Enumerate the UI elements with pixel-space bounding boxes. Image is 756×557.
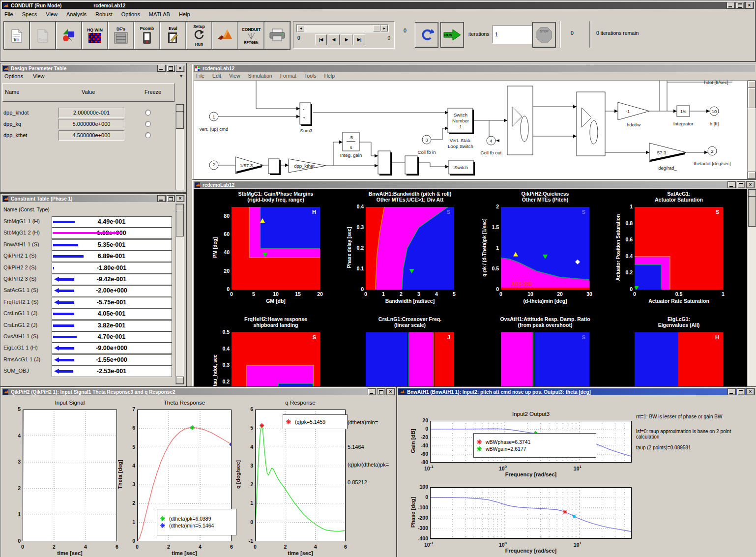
menu-view[interactable]: View (46, 11, 58, 19)
minimize-icon[interactable] (368, 388, 376, 395)
toolbar-button-pcomb[interactable]: Pcomb (134, 21, 160, 50)
iterations-input[interactable] (492, 25, 532, 44)
freeze-radio[interactable] (145, 132, 151, 138)
param-value-field[interactable]: 2.000000e-001 (58, 108, 124, 118)
constraint-row[interactable]: FrqHeH2 1 (S)-5.75e-001 (0, 297, 174, 308)
transport-2-icon[interactable]: ▶ (341, 34, 352, 45)
sim-menu-view[interactable]: View (229, 73, 240, 80)
spec-plot-area[interactable]: H (232, 207, 320, 290)
scroll-up-icon[interactable] (748, 81, 756, 88)
toolbar-button-shapes[interactable] (56, 21, 82, 50)
scroll-thumb[interactable] (176, 111, 184, 129)
constraint-row[interactable]: OvsAtH1 1 (S)4.70e-001 (0, 331, 174, 342)
simulink-canvas[interactable]: -+1vert. (up) cmdSum321/57.3dpp_kthet.5s… (194, 80, 748, 179)
constraint-row[interactable]: CrsLnG1 2 (J)3.82e-001 (0, 320, 174, 331)
toolbar-button-eval[interactable]: Eval (160, 21, 186, 50)
bnw-title-bar[interactable]: BnwAtH1 (BnwAtH1 1): Input2: pitch att c… (398, 388, 755, 395)
close-icon[interactable]: × (386, 388, 395, 395)
toolbar-button-setup[interactable]: SetupRun (186, 21, 212, 50)
menu-robust[interactable]: Robust (95, 11, 113, 19)
sim-menu-file[interactable]: File (196, 73, 204, 80)
constraint-row[interactable]: QikPiH2 3 (S)-9.42e-001 (0, 274, 174, 285)
main-title-bar[interactable]: CONDUIT (Run Mode) rcdemoLab12 × (2, 2, 754, 9)
close-icon[interactable]: × (176, 65, 184, 72)
spec-plot-area[interactable]: ADS-33DS (501, 207, 589, 290)
scroll-thumb[interactable] (748, 88, 756, 108)
spec-plot-area[interactable]: S (635, 207, 723, 290)
sim-menu-tools[interactable]: Tools (304, 73, 317, 80)
plot-area[interactable] (23, 410, 117, 541)
maximize-icon[interactable] (167, 195, 175, 202)
constraint-row[interactable]: QikPiH2 1 (S)6.89e-001 (0, 251, 174, 262)
reset-button[interactable] (415, 22, 438, 48)
freeze-radio[interactable] (145, 121, 151, 127)
constraint-row[interactable]: StbMgG1 1 (H)4.49e-001 (0, 216, 174, 227)
toolbar-button-conduit[interactable]: CONDUITRPTGEN (238, 21, 264, 50)
menu-file[interactable]: File (4, 11, 13, 19)
plot-area[interactable] (255, 410, 346, 541)
maximize-icon[interactable] (167, 65, 175, 72)
toolbar-button-hq-win[interactable]: HQ WIN (82, 21, 108, 50)
constraint-row[interactable]: SUM_OBJ-2.53e-001 (0, 366, 174, 377)
param-menu-options[interactable]: Options (4, 73, 23, 80)
toolbar-button-init[interactable]: Init (3, 21, 30, 50)
constraint-row[interactable]: RmsAcG1 1 (J)-1.55e+000 (0, 354, 174, 365)
maximize-icon[interactable] (377, 388, 385, 395)
maximize-icon[interactable] (737, 388, 745, 395)
simulink-title-bar[interactable]: rcdemoLab12 (194, 65, 755, 72)
scroll-thumb[interactable] (748, 196, 756, 227)
param-menu-view[interactable]: View (33, 73, 45, 80)
constraint-row[interactable]: BnwAtH1 1 (S)5.35e-001 (0, 239, 174, 250)
toolbar-button-matlab[interactable] (212, 21, 238, 50)
menu-analysis[interactable]: Analysis (66, 11, 87, 19)
constraint-row[interactable]: StbMgG1 2 (H)1.68e+000 (0, 228, 174, 238)
maximize-icon[interactable] (736, 2, 744, 9)
stop-button[interactable]: STOP (532, 22, 556, 48)
toolbar-button-sqpt[interactable]: Sqpt (29, 21, 56, 50)
constraint-row[interactable]: SatAcG1 1 (S)-2.00e+000 (0, 285, 174, 296)
constraint-row[interactable]: EigLcG1 1 (H)-9.00e+000 (0, 343, 174, 353)
scroll-down-icon[interactable] (748, 172, 756, 179)
menu-specs[interactable]: Specs (22, 11, 37, 19)
constraint-row[interactable]: QikPiH2 2 (S)-1.80e-001 (0, 263, 174, 273)
close-icon[interactable]: × (746, 388, 755, 395)
param-value-field[interactable]: 4.500000e+000 (58, 130, 124, 141)
scroll-thumb[interactable] (176, 211, 184, 236)
toolbar-button-printer[interactable] (264, 21, 291, 50)
minimize-icon[interactable] (727, 388, 736, 395)
chevron-down-icon[interactable]: ▾ (180, 73, 182, 79)
scroll-down-icon[interactable] (176, 377, 184, 384)
scroll-up-icon[interactable] (176, 104, 184, 112)
constraint-title-bar[interactable]: Constraint Table (Phase 1) × (2, 195, 185, 202)
minimize-icon[interactable] (727, 2, 735, 9)
minimize-icon[interactable] (157, 65, 166, 72)
spec-plot-area[interactable]: S (366, 207, 454, 290)
menu-help[interactable]: Help (179, 11, 190, 19)
sim-menu-format[interactable]: Format (280, 73, 296, 80)
sim-menu-edit[interactable]: Edit (212, 73, 221, 80)
transport-1-icon[interactable]: ◀ (328, 34, 340, 45)
plot-area[interactable] (430, 487, 632, 539)
iteration-slider[interactable]: ◄► (296, 24, 389, 32)
toolbar-button-df-s[interactable]: DF's (108, 21, 134, 50)
close-icon[interactable]: × (745, 2, 754, 9)
slider-thumb[interactable] (373, 25, 380, 31)
qik-title-bar[interactable]: QikPiH2 (QikPiH2 1): Input Signal1 Theta… (2, 388, 395, 395)
sim-menu-simulation[interactable]: Simulation (248, 73, 272, 80)
param-title-bar[interactable]: Design Parameter Table × (2, 65, 185, 72)
transport-0-icon[interactable]: |◀ (315, 34, 327, 45)
scroll-up-icon[interactable] (176, 204, 184, 211)
sim-menu-help[interactable]: Help (324, 73, 335, 80)
scroll-up-icon[interactable] (748, 189, 756, 197)
freeze-radio[interactable] (145, 110, 151, 116)
transport-3-icon[interactable]: ▶| (353, 34, 365, 45)
constraint-row[interactable]: CrsLnG1 1 (J)4.05e-001 (0, 308, 174, 319)
close-icon[interactable]: × (176, 195, 184, 202)
constraint-vscrollbar[interactable] (175, 204, 184, 384)
simulink-vscrollbar[interactable] (747, 80, 756, 179)
param-vscrollbar[interactable] (175, 104, 184, 190)
run-button[interactable]: RUN (440, 22, 464, 48)
menu-matlab[interactable]: MATLAB (149, 11, 170, 19)
menu-options[interactable]: Options (121, 11, 140, 19)
param-value-field[interactable]: 5.000000e+000 (58, 119, 124, 129)
